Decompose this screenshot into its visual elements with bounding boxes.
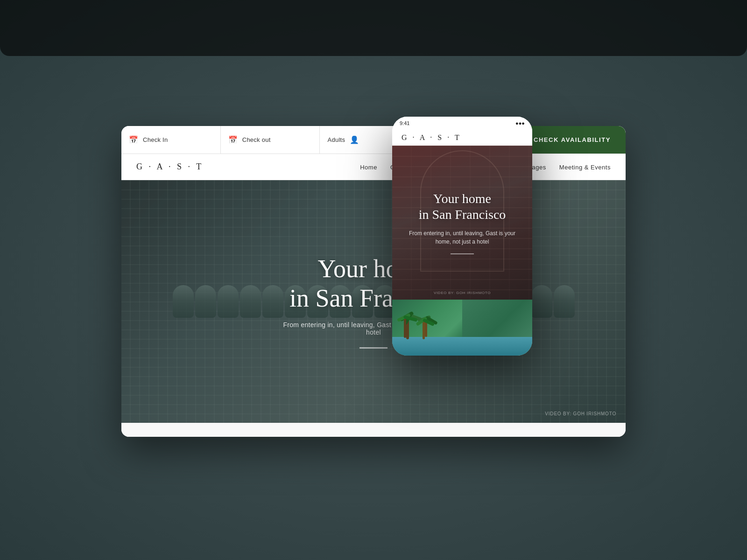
check-out-field[interactable]: 📅 Check out <box>221 126 320 154</box>
mobile-video-credit: VIDEO BY: GOH IRISHMOTO <box>434 291 491 295</box>
desktop-mockup: 📅 Check In 📅 Check out Adults 👤 Children… <box>121 126 626 437</box>
booking-bar: 📅 Check In 📅 Check out Adults 👤 Children… <box>121 126 626 154</box>
mobile-hero-subtitle: From entering in, until leaving, Gast is… <box>402 229 523 246</box>
mobile-progress-indicator <box>451 253 474 254</box>
pool-decoration-2 <box>462 337 532 356</box>
calendar-icon-2: 📅 <box>228 135 238 144</box>
desktop-nav: G · A · S · T Home Our Hotel Rooms Offer… <box>121 154 626 180</box>
mobile-hero-content: Your home in San Francisco From entering… <box>392 182 532 263</box>
mobile-gallery <box>392 300 532 356</box>
mobile-hero: Your home in San Francisco From entering… <box>392 146 532 300</box>
mobile-logo: G · A · S · T <box>402 133 523 142</box>
check-in-label: Check In <box>143 136 168 143</box>
shape-4 <box>240 285 261 318</box>
shape-1 <box>173 285 194 318</box>
adults-label: Adults <box>327 136 345 143</box>
mobile-title-line2: in San Francisco <box>419 207 506 222</box>
mobile-status-bar: 9:41 ●●● <box>392 117 532 130</box>
gallery-thumb-2 <box>462 300 532 356</box>
hero-progress-indicator <box>359 347 388 349</box>
desktop-hero: Your home in San Francisco From entering… <box>121 180 626 423</box>
shape-18 <box>554 285 575 318</box>
background-shape-top <box>0 0 747 56</box>
adults-icon: 👤 <box>350 135 359 144</box>
mockup-wrapper: 📅 Check In 📅 Check out Adults 👤 Children… <box>121 126 626 434</box>
mobile-status-icons: ●●● <box>515 120 525 126</box>
gallery-item-2 <box>462 300 532 356</box>
mobile-time: 9:41 <box>400 120 409 126</box>
nav-meeting-events[interactable]: Meeting & Events <box>559 164 611 171</box>
calendar-icon: 📅 <box>129 135 138 144</box>
shape-3 <box>218 285 239 318</box>
hero-video-credit: VIDEO BY: GOH IRISHMOTO <box>545 411 616 416</box>
mobile-title-line1: Your home <box>433 191 491 206</box>
mobile-mockup: 9:41 ●●● G · A · S · T Your home in San … <box>392 117 532 356</box>
mobile-hero-title: Your home in San Francisco <box>402 191 523 222</box>
check-out-label: Check out <box>242 136 271 143</box>
shape-2 <box>195 285 216 318</box>
nav-home[interactable]: Home <box>360 164 377 171</box>
desktop-logo: G · A · S · T <box>136 162 204 172</box>
desktop-bottom-bar <box>121 423 626 437</box>
check-in-field[interactable]: 📅 Check In <box>121 126 221 154</box>
check-availability-button[interactable]: CHECK AVAILABILITY <box>519 126 626 154</box>
shape-17 <box>531 285 552 318</box>
scene-container: 📅 Check In 📅 Check out Adults 👤 Children… <box>121 126 626 434</box>
mobile-logo-bar: G · A · S · T <box>392 130 532 146</box>
